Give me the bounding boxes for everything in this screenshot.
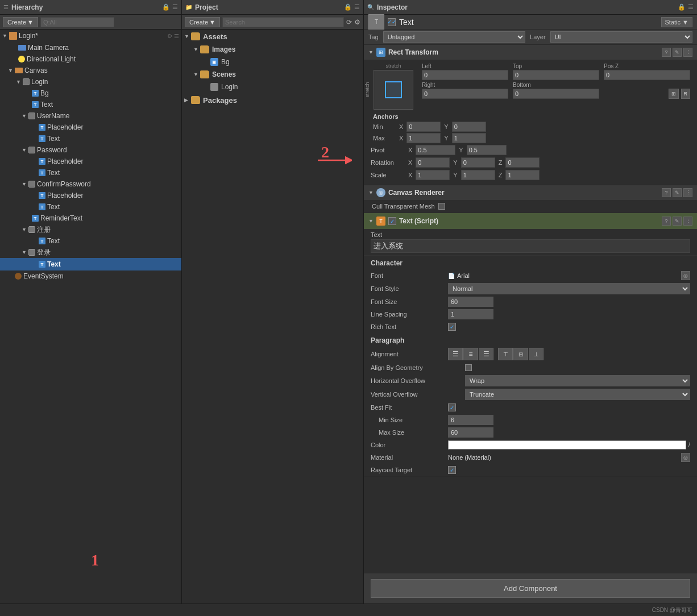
color-pick-icon[interactable]: / xyxy=(688,441,690,449)
max-y-input[interactable] xyxy=(452,133,486,143)
align-center-h-btn[interactable]: ≡ xyxy=(463,348,478,360)
asset-login-scene[interactable]: Login xyxy=(182,81,363,93)
vertical-overflow-select[interactable]: Truncate Overflow xyxy=(465,389,690,400)
tree-item-register[interactable]: ▼ 注册 xyxy=(0,224,181,235)
tree-item-main-camera[interactable]: Main Camera xyxy=(0,42,181,53)
align-left-btn[interactable]: ☰ xyxy=(448,348,463,360)
hierarchy-lock-icon[interactable]: 🔒 xyxy=(162,3,170,11)
tree-item-placeholder1[interactable]: T Placeholder xyxy=(0,122,181,133)
rect-edit-icon[interactable]: ✎ xyxy=(673,48,682,57)
canvas-menu-icon[interactable]: ⋮ xyxy=(683,188,692,197)
tree-item-placeholder3[interactable]: T Placeholder xyxy=(0,190,181,201)
inspector-menu-icon[interactable]: ☰ xyxy=(688,3,694,11)
font-style-select[interactable]: Normal Bold Italic xyxy=(448,283,690,294)
tree-item-login[interactable]: ▼ Login* ⚙ ☰ xyxy=(0,30,181,42)
cull-checkbox[interactable] xyxy=(438,203,445,210)
text-script-edit-icon[interactable]: ✎ xyxy=(673,217,682,226)
line-spacing-input[interactable] xyxy=(448,309,493,319)
rect-doc-icon[interactable]: ? xyxy=(662,48,671,57)
rich-text-checkbox[interactable]: ✓ xyxy=(448,323,456,331)
inspector-lock-icon[interactable]: 🔒 xyxy=(678,3,686,11)
align-by-geo-checkbox[interactable] xyxy=(465,364,472,371)
tree-item-text1[interactable]: T Text xyxy=(0,99,181,110)
font-select-btn[interactable]: ◎ xyxy=(681,271,690,280)
canvas-edit-icon[interactable]: ✎ xyxy=(673,188,682,197)
tree-item-remindertext[interactable]: T ReminderText xyxy=(0,213,181,224)
scale-z-input[interactable] xyxy=(505,170,540,180)
color-swatch[interactable] xyxy=(448,440,686,449)
tree-item-bg[interactable]: T Bg xyxy=(0,88,181,99)
rect-menu-icon[interactable]: ⋮ xyxy=(683,48,692,57)
raycast-checkbox[interactable]: ✓ xyxy=(448,466,456,474)
rect-expand-btn[interactable]: ⊞ xyxy=(669,89,679,99)
add-component-button[interactable]: Add Component xyxy=(371,579,690,598)
align-right-btn[interactable]: ☰ xyxy=(479,348,493,360)
right-field: Right xyxy=(422,82,508,99)
folder-images[interactable]: ▼ Images xyxy=(182,43,363,56)
tag-select[interactable]: Untagged xyxy=(383,31,525,43)
tree-item-username[interactable]: ▼ UserName xyxy=(0,110,181,122)
tree-item-text4[interactable]: T Text xyxy=(0,201,181,213)
horizontal-overflow-select[interactable]: Wrap Overflow xyxy=(465,375,690,386)
text-script-menu-icon[interactable]: ⋮ xyxy=(683,217,692,226)
top-input[interactable] xyxy=(513,70,599,80)
tree-item-text3[interactable]: T Text xyxy=(0,167,181,178)
rot-y-input[interactable] xyxy=(461,157,495,168)
scale-x-input[interactable] xyxy=(416,170,450,180)
min-size-input[interactable] xyxy=(448,415,493,425)
rect-r-btn[interactable]: R xyxy=(681,89,691,99)
rect-transform-header[interactable]: ▼ ⊞ Rect Transform ? ✎ ⋮ xyxy=(364,45,697,60)
material-select-btn[interactable]: ◎ xyxy=(681,453,690,462)
min-y-input[interactable] xyxy=(452,122,486,132)
text-script-enabled-checkbox[interactable]: ✓ xyxy=(388,217,396,225)
min-x-input[interactable] xyxy=(406,122,441,132)
tree-item-eventsystem[interactable]: EventSystem xyxy=(0,270,181,282)
scale-y-input[interactable] xyxy=(461,170,495,180)
tree-item-text5[interactable]: T Text xyxy=(0,235,181,247)
align-top-btn[interactable]: ⊤ xyxy=(498,348,513,360)
project-menu-icon[interactable]: ☰ xyxy=(354,3,360,11)
text-script-doc-icon[interactable]: ? xyxy=(662,217,671,226)
tree-item-directional-light[interactable]: Directional Light xyxy=(0,53,181,65)
tree-item-placeholder2[interactable]: T Placeholder xyxy=(0,156,181,167)
canvas-doc-icon[interactable]: ? xyxy=(662,188,671,197)
hierarchy-menu-icon[interactable]: ☰ xyxy=(172,3,178,11)
tree-item-canvas[interactable]: ▼ Canvas xyxy=(0,65,181,76)
align-middle-btn[interactable]: ⊟ xyxy=(513,348,528,360)
tree-item-login-obj[interactable]: ▼ Login xyxy=(0,76,181,88)
best-fit-checkbox[interactable]: ✓ xyxy=(448,403,456,411)
project-search-input[interactable] xyxy=(222,17,344,27)
font-size-input[interactable] xyxy=(448,297,493,307)
project-settings-icon[interactable]: ⚙ xyxy=(354,18,360,26)
canvas-renderer-header[interactable]: ▼ ◎ Canvas Renderer ? ✎ ⋮ xyxy=(364,185,697,200)
gameobject-enabled-checkbox[interactable]: ✓ xyxy=(388,18,396,26)
folder-scenes[interactable]: ▼ Scenes xyxy=(182,68,363,81)
rot-z-input[interactable] xyxy=(505,157,540,168)
text-script-header[interactable]: ▼ T ✓ Text (Script) ? ✎ ⋮ xyxy=(364,213,697,229)
static-button[interactable]: Static ▼ xyxy=(661,17,692,27)
project-lock-icon[interactable]: 🔒 xyxy=(344,3,352,11)
tree-item-confirmpassword[interactable]: ▼ ConfirmPassword xyxy=(0,178,181,190)
project-sync-icon[interactable]: ⟳ xyxy=(346,18,352,26)
layer-select[interactable]: UI xyxy=(550,31,692,43)
align-bottom-btn[interactable]: ⊥ xyxy=(529,348,544,360)
max-x-input[interactable] xyxy=(406,133,441,143)
max-size-input[interactable] xyxy=(448,427,493,438)
project-create-button[interactable]: Create ▼ xyxy=(185,17,220,27)
bottom-input[interactable] xyxy=(513,89,599,99)
pivot-y-input[interactable] xyxy=(467,145,507,155)
posz-input[interactable] xyxy=(604,70,690,80)
right-input[interactable] xyxy=(422,89,508,99)
tree-item-denglu[interactable]: ▼ 登录 xyxy=(0,247,181,258)
hierarchy-create-button[interactable]: Create ▼ xyxy=(3,17,38,27)
tree-item-text2[interactable]: T Text xyxy=(0,133,181,144)
hierarchy-search-input[interactable] xyxy=(40,17,114,27)
folder-assets[interactable]: ▼ Assets xyxy=(182,30,363,43)
left-input[interactable] xyxy=(422,70,508,80)
folder-packages[interactable]: ▶ Packages xyxy=(182,93,363,107)
tree-item-text-selected[interactable]: T Text xyxy=(0,258,181,270)
tree-item-password[interactable]: ▼ Password xyxy=(0,144,181,156)
rot-x-input[interactable] xyxy=(416,157,450,168)
asset-bg[interactable]: ▣ Bg xyxy=(182,56,363,68)
pivot-x-input[interactable] xyxy=(416,145,455,155)
